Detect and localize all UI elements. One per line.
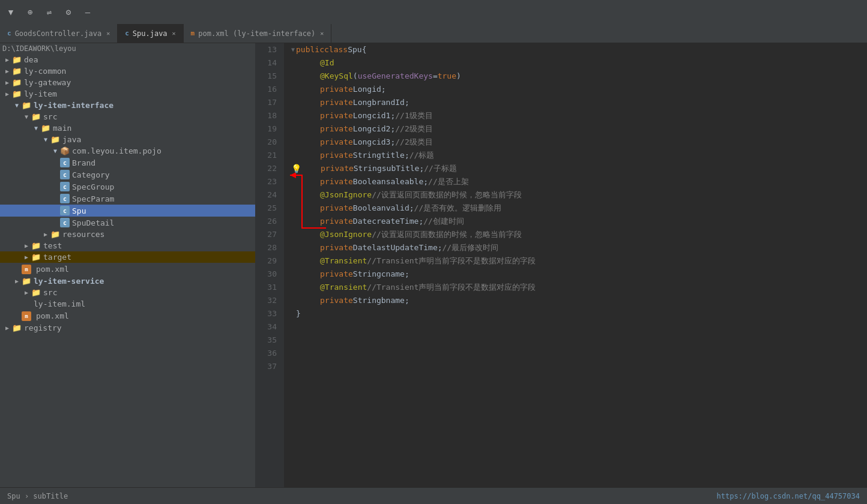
code-line-15: ▼ @KeySql(useGeneratedKeys = true) (291, 70, 867, 83)
line-num-24: 24 (255, 188, 279, 202)
sidebar-item-ly-item-interface[interactable]: ▼ 📁 ly-item-interface (0, 100, 255, 111)
sidebar-item-brand[interactable]: c Brand (0, 157, 255, 169)
xml-file-icon: m (22, 264, 34, 274)
code-line-34: ▼ private String bname; (291, 294, 867, 307)
field-subtitle: subTitle; (382, 162, 424, 175)
adjust-icon[interactable]: ⇌ (43, 6, 55, 18)
sidebar-item-ly-item-service[interactable]: ▶ 📁 ly-item-service (0, 275, 255, 287)
tab-close-icon[interactable]: ✕ (320, 30, 324, 37)
code-line-23: ▼ private Boolean saleable;//是否上架 (291, 175, 867, 188)
line-num-31: 31 (255, 281, 279, 294)
ly-gateway-label: ly-gateway (24, 78, 255, 87)
sidebar-item-pom-xml1[interactable]: m pom.xml (0, 263, 255, 275)
code-lines[interactable]: ▼ public class Spu { ▼ @Id ▼ @KeySql(use… (284, 43, 867, 487)
line-num-33: 33 (255, 307, 279, 320)
field-id: id; (372, 83, 385, 96)
arrow-icon: ▼ (50, 148, 60, 154)
sidebar-item-spu[interactable]: c Spu (0, 205, 255, 217)
kw-private: private (320, 202, 353, 215)
folder-icon: 📁 (12, 78, 22, 87)
code-line-13: ▼ public class Spu { (291, 43, 867, 56)
class-icon: c (60, 158, 70, 167)
java-label: java (62, 135, 255, 144)
sidebar-item-target[interactable]: ▶ 📁 target (0, 251, 255, 263)
tab-close-icon[interactable]: ✕ (106, 30, 110, 37)
folder-icon: 📁 (31, 288, 41, 297)
annotation-id: @Id (320, 56, 334, 70)
field-valid: valid; (386, 202, 414, 215)
folder-icon: 📁 (12, 89, 22, 98)
target-label: target (43, 253, 255, 262)
arrow-icon: ▶ (2, 79, 12, 86)
sidebar-item-java[interactable]: ▼ 📁 java (0, 134, 255, 145)
ly-common-label: ly-common (24, 67, 255, 76)
line-num-14: 14 (255, 56, 279, 70)
sidebar-item-ly-gateway[interactable]: ▶ 📁 ly-gateway (0, 77, 255, 88)
sidebar-item-iml[interactable]: ly-item.iml (0, 298, 255, 310)
arrow-icon: ▶ (12, 278, 22, 284)
kw-private: private (320, 149, 353, 162)
sidebar-item-package[interactable]: ▼ 📦 com.leyou.item.pojo (0, 145, 255, 157)
tab-spu[interactable]: c Spu.java ✕ (118, 24, 183, 43)
dropdown-icon[interactable]: ▼ (5, 6, 17, 18)
tab-close-icon[interactable]: ✕ (172, 30, 176, 37)
class-icon: c (60, 206, 70, 215)
code-line-29: ▼ private Date lastUpdateTime;//最后修改时间 (291, 241, 867, 254)
field-cid1: cid1; (372, 109, 395, 122)
kw-private: private (320, 215, 353, 228)
type-boolean: Boolean (353, 202, 386, 215)
code-line-18: ▼ private Long cid1; //1级类目 (291, 109, 867, 122)
sidebar-item-registry[interactable]: ▶ 📁 registry (0, 322, 255, 334)
comment-valid: //是否有效。逻辑删除用 (414, 202, 502, 215)
sidebar-item-main[interactable]: ▼ 📁 main (0, 122, 255, 134)
type-date: Date (353, 241, 372, 254)
xml-icon: m (22, 311, 31, 321)
minimize-icon[interactable]: — (82, 6, 94, 18)
package-icon: 📦 (60, 146, 70, 155)
sidebar-item-category[interactable]: c Category (0, 169, 255, 181)
crosshair-icon[interactable]: ⊕ (24, 6, 36, 18)
kw-private: private (320, 268, 353, 281)
folder-icon: 📁 (50, 230, 60, 239)
ly-item-interface-label: ly-item-interface (34, 101, 255, 110)
iml-label: ly-item.iml (22, 299, 255, 308)
sidebar-item-spudetail[interactable]: c SpuDetail (0, 217, 255, 229)
code-line-20: ▼ private Long cid3; //2级类目 (291, 136, 867, 149)
line-num-37: 37 (255, 360, 279, 373)
code-line-16: ▼ private Long id; (291, 83, 867, 96)
sidebar-item-src2[interactable]: ▶ 📁 src (0, 287, 255, 298)
kw-private: private (320, 96, 353, 109)
sidebar-item-ly-common[interactable]: ▶ 📁 ly-common (0, 65, 255, 77)
code-line-25: ▼ private Boolean valid;//是否有效。逻辑删除用 (291, 202, 867, 215)
lightbulb-icon[interactable]: 💡 (291, 162, 301, 175)
line-num-16: 16 (255, 83, 279, 96)
sidebar-item-resources[interactable]: ▶ 📁 resources (0, 229, 255, 240)
kw-class: class (324, 43, 348, 56)
java-icon: c (125, 29, 129, 37)
sidebar-item-pom-xml2[interactable]: m pom.xml (0, 310, 255, 322)
status-url[interactable]: https://blog.csdn.net/qq_44757034 (717, 492, 860, 500)
breadcrumb: Spu › subTitle (7, 492, 68, 500)
kw-private: private (320, 241, 353, 254)
specparam-label: SpecParam (72, 194, 255, 203)
sidebar-item-ly-item[interactable]: ▶ 📁 ly-item (0, 88, 255, 100)
sidebar-item-specparam[interactable]: c SpecParam (0, 193, 255, 205)
sidebar-item-specgroup[interactable]: c SpecGroup (0, 181, 255, 193)
main-layout: D:\IDEAWORK\leyou ▶ 📁 dea ▶ 📁 ly-common … (0, 43, 867, 487)
package-label: com.leyou.item.pojo (72, 146, 255, 155)
sidebar-item-dea[interactable]: ▶ 📁 dea (0, 54, 255, 65)
paren-open: ( (353, 70, 358, 83)
brand-label: Brand (72, 158, 255, 167)
line-num-32: 32 (255, 294, 279, 307)
sidebar-item-src[interactable]: ▼ 📁 src (0, 111, 255, 122)
sidebar-item-test[interactable]: ▶ 📁 test (0, 240, 255, 251)
sidebar-root-path[interactable]: D:\IDEAWORK\leyou (0, 43, 255, 54)
tab-goods-controller[interactable]: c GoodsController.java ✕ (0, 24, 118, 43)
spudetail-label: SpuDetail (72, 218, 255, 227)
ly-item-label: ly-item (24, 89, 255, 98)
field-bname: bname; (381, 294, 409, 307)
tab-bar: c GoodsController.java ✕ c Spu.java ✕ m … (0, 24, 867, 43)
settings-icon[interactable]: ⚙ (62, 6, 74, 18)
arrow-icon: ▶ (22, 242, 31, 249)
tab-pom-xml[interactable]: m pom.xml (ly-item-interface) ✕ (184, 24, 332, 43)
